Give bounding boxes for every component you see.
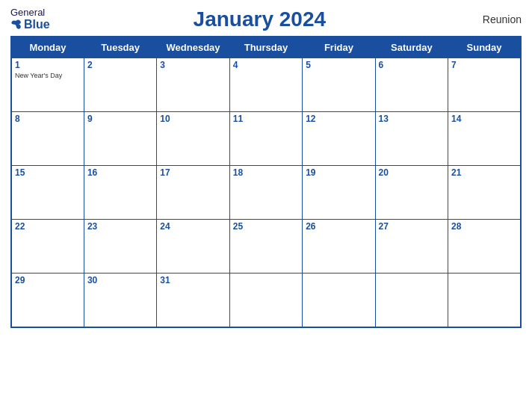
calendar-cell: 28 bbox=[448, 220, 521, 274]
calendar-cell: 7 bbox=[448, 58, 521, 112]
day-number: 28 bbox=[451, 221, 517, 232]
calendar-cell: 14 bbox=[448, 112, 521, 166]
logo-general-text: General bbox=[10, 7, 45, 18]
day-number: 18 bbox=[233, 167, 299, 178]
calendar-title: January 2024 bbox=[50, 7, 469, 31]
day-number: 26 bbox=[306, 221, 371, 232]
calendar-cell: 18 bbox=[229, 166, 302, 220]
calendar-cell: 9 bbox=[84, 112, 156, 166]
day-number: 17 bbox=[160, 167, 226, 178]
header-sunday: Sunday bbox=[448, 37, 521, 58]
calendar-cell: 17 bbox=[157, 166, 229, 220]
days-header-row: Monday Tuesday Wednesday Thursday Friday… bbox=[11, 37, 521, 58]
day-number: 25 bbox=[233, 221, 299, 232]
calendar-cell: 26 bbox=[303, 220, 375, 274]
day-number: 5 bbox=[306, 60, 371, 70]
calendar-cell: 23 bbox=[84, 220, 156, 274]
day-number: 9 bbox=[87, 114, 153, 124]
calendar-cell: 2 bbox=[84, 58, 156, 112]
day-number: 23 bbox=[87, 221, 153, 232]
calendar-cell: 31 bbox=[157, 274, 229, 327]
calendar-cell bbox=[303, 274, 375, 327]
day-number: 10 bbox=[160, 114, 226, 124]
header-saturday: Saturday bbox=[375, 37, 448, 58]
calendar-cell: 4 bbox=[229, 58, 302, 112]
calendar-cell: 24 bbox=[157, 220, 229, 274]
calendar-cell: 29 bbox=[11, 274, 84, 327]
day-number: 14 bbox=[451, 114, 517, 124]
calendar-cell: 20 bbox=[375, 166, 448, 220]
calendar-cell: 27 bbox=[375, 220, 448, 274]
calendar-cell bbox=[375, 274, 448, 327]
day-number: 21 bbox=[451, 167, 517, 178]
day-number: 30 bbox=[87, 275, 153, 285]
header-thursday: Thursday bbox=[229, 37, 302, 58]
day-number: 24 bbox=[160, 221, 226, 232]
calendar-cell: 16 bbox=[84, 166, 156, 220]
header-monday: Monday bbox=[11, 37, 84, 58]
calendar-cell: 3 bbox=[157, 58, 229, 112]
calendar-cell: 25 bbox=[229, 220, 302, 274]
holiday-label: New Year's Day bbox=[15, 72, 81, 79]
calendar-cell: 15 bbox=[11, 166, 84, 220]
calendar-table: Monday Tuesday Wednesday Thursday Friday… bbox=[10, 36, 522, 328]
calendar-cell: 1New Year's Day bbox=[11, 58, 84, 112]
calendar-cell: 8 bbox=[11, 112, 84, 166]
header-wednesday: Wednesday bbox=[157, 37, 229, 58]
day-number: 29 bbox=[15, 275, 81, 285]
week-row-3: 15161718192021 bbox=[11, 166, 521, 220]
calendar-cell: 21 bbox=[448, 166, 521, 220]
day-number: 20 bbox=[379, 167, 445, 178]
region-label: Reunion bbox=[469, 13, 522, 25]
day-number: 7 bbox=[451, 60, 517, 70]
calendar-cell bbox=[448, 274, 521, 327]
week-row-1: 1New Year's Day234567 bbox=[11, 58, 521, 112]
header-tuesday: Tuesday bbox=[84, 37, 156, 58]
calendar-cell: 19 bbox=[303, 166, 375, 220]
calendar-cell bbox=[229, 274, 302, 327]
calendar-cell: 5 bbox=[303, 58, 375, 112]
calendar-page: General Blue January 2024 Reunion Monday… bbox=[0, 0, 532, 411]
calendar-cell: 22 bbox=[11, 220, 84, 274]
week-row-2: 891011121314 bbox=[11, 112, 521, 166]
day-number: 31 bbox=[160, 275, 226, 285]
day-number: 16 bbox=[87, 167, 153, 178]
header-friday: Friday bbox=[303, 37, 375, 58]
header: General Blue January 2024 Reunion bbox=[10, 7, 522, 31]
week-row-4: 22232425262728 bbox=[11, 220, 521, 274]
day-number: 22 bbox=[15, 221, 81, 232]
day-number: 13 bbox=[379, 114, 445, 124]
day-number: 27 bbox=[379, 221, 445, 232]
day-number: 6 bbox=[379, 60, 445, 70]
calendar-cell: 30 bbox=[84, 274, 156, 327]
calendar-cell: 6 bbox=[375, 58, 448, 112]
calendar-cell: 11 bbox=[229, 112, 302, 166]
logo-blue-text: Blue bbox=[10, 18, 50, 31]
calendar-cell: 13 bbox=[375, 112, 448, 166]
week-row-5: 293031 bbox=[11, 274, 521, 327]
day-number: 12 bbox=[306, 114, 371, 124]
day-number: 8 bbox=[15, 114, 81, 124]
logo-bird-icon bbox=[10, 19, 22, 31]
day-number: 1 bbox=[15, 60, 81, 70]
calendar-cell: 10 bbox=[157, 112, 229, 166]
day-number: 19 bbox=[306, 167, 371, 178]
calendar-cell: 12 bbox=[303, 112, 375, 166]
day-number: 15 bbox=[15, 167, 81, 178]
day-number: 4 bbox=[233, 60, 299, 70]
day-number: 2 bbox=[87, 60, 153, 70]
day-number: 3 bbox=[160, 60, 226, 70]
day-number: 11 bbox=[233, 114, 299, 124]
logo: General Blue bbox=[10, 7, 50, 31]
